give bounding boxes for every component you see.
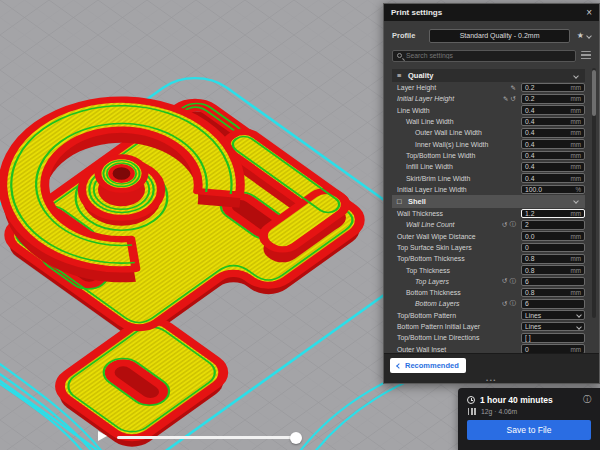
setting-label: Outer Wall Line Width bbox=[415, 129, 482, 136]
setting-row-wall-line-width[interactable]: Wall Line Width0.4mm bbox=[392, 116, 585, 127]
setting-label: Bottom Thickness bbox=[406, 289, 461, 296]
setting-input-top-bottom-line-directions[interactable]: [ ] bbox=[521, 333, 585, 343]
panel-title: Print settings bbox=[391, 8, 442, 17]
material-icon bbox=[468, 408, 477, 415]
link-icon[interactable]: ✎ bbox=[511, 84, 516, 92]
setting-value: 6 bbox=[525, 278, 529, 285]
revert-icon[interactable]: ↺ bbox=[502, 277, 507, 285]
setting-input-outer-wall-wipe-distance[interactable]: 0.0mm bbox=[521, 231, 585, 241]
setting-select-top-bottom-pattern[interactable]: Lines bbox=[521, 310, 585, 320]
setting-input-layer-height[interactable]: 0.2mm bbox=[521, 83, 585, 93]
setting-row-line-width[interactable]: Line Width0.4mm bbox=[392, 105, 585, 116]
setting-label: Infill Line Width bbox=[406, 163, 453, 170]
setting-row-outer-wall-line-width[interactable]: Outer Wall Line Width0.4mm bbox=[392, 127, 585, 138]
search-input[interactable] bbox=[406, 52, 571, 59]
setting-row-top-layers[interactable]: Top Layers↺ⓘ6 bbox=[392, 276, 585, 287]
setting-row-skirt-brim-line-width[interactable]: Skirt/Brim Line Width0.4mm bbox=[392, 172, 585, 183]
setting-row-wall-thickness[interactable]: Wall Thickness1.2mm bbox=[392, 208, 585, 219]
setting-row-bottom-thickness[interactable]: Bottom Thickness0.8mm bbox=[392, 287, 585, 298]
setting-icons: ↺ⓘ bbox=[502, 299, 518, 308]
setting-unit: mm bbox=[570, 210, 581, 217]
setting-input-top-bottom-thickness[interactable]: 0.8mm bbox=[521, 254, 585, 264]
material-estimate-row: 12g · 4.06m bbox=[467, 408, 591, 415]
setting-input-outer-wall-line-width[interactable]: 0.4mm bbox=[521, 128, 585, 138]
info-icon[interactable]: ⓘ bbox=[510, 299, 517, 308]
panel-header[interactable]: Print settings × bbox=[384, 4, 599, 21]
setting-input-bottom-layers[interactable]: 6 bbox=[521, 299, 585, 309]
setting-row-top-bottom-line-directions[interactable]: Top/Bottom Line Directions[ ] bbox=[392, 332, 585, 343]
close-icon[interactable]: × bbox=[586, 8, 592, 18]
link-icon[interactable]: ✎ bbox=[503, 95, 508, 103]
info-icon[interactable]: ⓘ bbox=[583, 394, 591, 405]
chevron-left-icon bbox=[396, 363, 402, 369]
setting-row-infill-line-width[interactable]: Infill Line Width0.4mm bbox=[392, 161, 585, 172]
revert-icon[interactable]: ↺ bbox=[502, 221, 507, 229]
recommended-button[interactable]: Recommended bbox=[390, 358, 466, 373]
setting-unit: mm bbox=[570, 175, 581, 182]
setting-input-inner-wall-s-line-width[interactable]: 0.4mm bbox=[521, 139, 585, 149]
setting-row-top-thickness[interactable]: Top Thickness0.8mm bbox=[392, 264, 585, 275]
category-shell[interactable]: □Shell bbox=[392, 195, 585, 208]
setting-row-bottom-pattern-initial-layer[interactable]: Bottom Pattern Initial LayerLines bbox=[392, 321, 585, 332]
setting-row-bottom-layers[interactable]: Bottom Layers↺ⓘ6 bbox=[392, 298, 585, 309]
setting-unit: mm bbox=[570, 289, 581, 296]
setting-unit: mm bbox=[571, 141, 582, 148]
setting-input-infill-line-width[interactable]: 0.4mm bbox=[521, 162, 585, 172]
revert-icon[interactable]: ↺ bbox=[511, 95, 516, 103]
setting-row-outer-wall-wipe-distance[interactable]: Outer Wall Wipe Distance0.0mm bbox=[392, 231, 585, 242]
setting-row-top-surface-skin-layers[interactable]: Top Surface Skin Layers0 bbox=[392, 242, 585, 253]
setting-input-top-layers[interactable]: 6 bbox=[521, 277, 585, 287]
chevron-down-icon[interactable] bbox=[586, 33, 592, 39]
settings-visibility-icon[interactable] bbox=[581, 51, 591, 60]
setting-row-top-bottom-pattern[interactable]: Top/Bottom PatternLines bbox=[392, 310, 585, 321]
setting-input-line-width[interactable]: 0.4mm bbox=[521, 105, 585, 115]
category-quality[interactable]: ≡Quality bbox=[392, 69, 585, 82]
info-icon[interactable]: ⓘ bbox=[510, 220, 517, 229]
setting-row-inner-wall-s-line-width[interactable]: Inner Wall(s) Line Width0.4mm bbox=[392, 138, 585, 149]
setting-input-wall-line-width[interactable]: 0.4mm bbox=[521, 117, 585, 127]
setting-value: 0.8 bbox=[525, 255, 534, 262]
profile-select[interactable]: Standard Quality - 0.2mm bbox=[429, 29, 569, 43]
info-icon[interactable]: ⓘ bbox=[510, 277, 517, 286]
setting-input-top-bottom-line-width[interactable]: 0.4mm bbox=[521, 151, 585, 161]
revert-icon[interactable]: ↺ bbox=[502, 300, 507, 308]
resize-handle[interactable]: ••• bbox=[384, 377, 599, 383]
setting-label: Line Width bbox=[397, 107, 430, 114]
setting-row-initial-layer-line-width[interactable]: Initial Layer Line Width100.0% bbox=[392, 184, 585, 195]
setting-input-top-surface-skin-layers[interactable]: 0 bbox=[521, 243, 585, 253]
setting-icons: ✎ bbox=[511, 84, 518, 92]
setting-input-wall-line-count[interactable]: 2 bbox=[521, 220, 585, 230]
setting-input-initial-layer-line-width[interactable]: 100.0% bbox=[521, 185, 585, 195]
setting-label: Initial Layer Height bbox=[397, 95, 454, 102]
setting-row-top-bottom-line-width[interactable]: Top/Bottom Line Width0.4mm bbox=[392, 150, 585, 161]
play-button[interactable] bbox=[98, 431, 107, 441]
layer-slider-track[interactable] bbox=[117, 436, 296, 439]
search-box[interactable] bbox=[392, 50, 576, 62]
setting-input-wall-thickness[interactable]: 1.2mm bbox=[521, 209, 585, 219]
setting-label: Outer Wall Inset bbox=[397, 346, 446, 353]
setting-unit: mm bbox=[571, 84, 582, 91]
setting-input-skirt-brim-line-width[interactable]: 0.4mm bbox=[521, 173, 585, 183]
scrollbar-thumb[interactable] bbox=[592, 70, 596, 116]
setting-row-initial-layer-height[interactable]: Initial Layer Height✎↺0.2mm bbox=[392, 93, 585, 104]
setting-row-layer-height[interactable]: Layer Height✎0.2mm bbox=[392, 82, 585, 93]
scrollbar-track[interactable] bbox=[592, 68, 596, 318]
job-summary-box: 1 hour 40 minutes ⓘ 12g · 4.06m Save to … bbox=[458, 388, 600, 450]
setting-value: Lines bbox=[525, 323, 541, 330]
save-to-file-button[interactable]: Save to File bbox=[467, 420, 591, 440]
setting-row-wall-line-count[interactable]: Wall Line Count↺ⓘ2 bbox=[392, 219, 585, 230]
profile-row: Profile Standard Quality - 0.2mm ★ bbox=[392, 28, 591, 43]
setting-select-bottom-pattern-initial-layer[interactable]: Lines bbox=[521, 322, 585, 332]
search-row bbox=[392, 49, 591, 62]
star-icon[interactable]: ★ bbox=[577, 31, 584, 40]
setting-row-top-bottom-thickness[interactable]: Top/Bottom Thickness0.8mm bbox=[392, 253, 585, 264]
layer-slider-handle[interactable] bbox=[290, 432, 302, 444]
time-estimate-row: 1 hour 40 minutes ⓘ bbox=[467, 394, 591, 405]
setting-input-initial-layer-height[interactable]: 0.2mm bbox=[521, 94, 585, 104]
setting-value: 0.4 bbox=[525, 107, 534, 114]
setting-input-top-thickness[interactable]: 0.8mm bbox=[521, 265, 585, 275]
setting-unit: mm bbox=[570, 129, 581, 136]
setting-value: 2 bbox=[525, 221, 529, 228]
setting-input-bottom-thickness[interactable]: 0.8mm bbox=[521, 288, 585, 298]
setting-label: Skirt/Brim Line Width bbox=[406, 175, 470, 182]
